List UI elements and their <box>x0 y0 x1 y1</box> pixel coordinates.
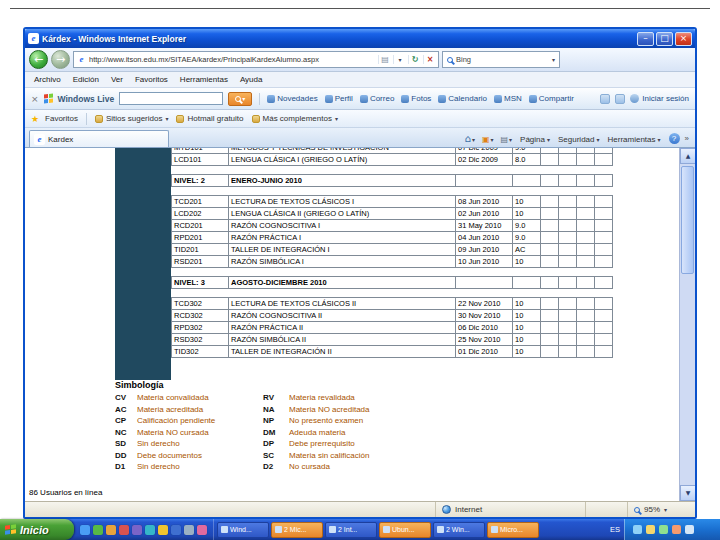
feeds-button[interactable] <box>482 133 494 144</box>
close-toolbar-icon[interactable] <box>31 94 39 104</box>
live-link-calendario[interactable]: Calendario <box>438 94 487 103</box>
live-link-perfil[interactable]: Perfil <box>325 94 353 103</box>
taskbar-task[interactable]: 2 Mic... <box>271 522 323 538</box>
quicklaunch-icon[interactable] <box>106 525 116 535</box>
kardex-cell: 10 <box>513 322 541 334</box>
mail-icon[interactable] <box>600 94 610 104</box>
address-bar[interactable]: http://www.itson.edu.mx/SITAEA/kardex/Pr… <box>73 51 439 68</box>
menu-item-edición[interactable]: Edición <box>73 75 99 84</box>
kardex-cell <box>577 208 595 220</box>
menu-item-herramientas[interactable]: Herramientas <box>180 75 228 84</box>
close-button[interactable] <box>675 32 692 46</box>
scroll-down-button[interactable] <box>680 485 695 501</box>
title-bar[interactable]: Kárdex - Windows Internet Explorer <box>25 29 695 48</box>
tray-icon[interactable] <box>633 525 642 534</box>
live-link-compartir[interactable]: Compartir <box>529 94 574 103</box>
help-button[interactable] <box>669 133 680 144</box>
menu-item-favoritos[interactable]: Favoritos <box>135 75 168 84</box>
tray-icon[interactable] <box>659 525 668 534</box>
live-link-msn[interactable]: MSN <box>494 94 522 103</box>
sign-in-button[interactable]: Iniciar sesión <box>630 94 689 103</box>
quicklaunch-icon[interactable] <box>158 525 168 535</box>
kardex-cell <box>577 244 595 256</box>
simbologia-description: Materia NO cursada <box>137 428 263 439</box>
compartir-icon <box>529 95 537 103</box>
quicklaunch-icon[interactable] <box>93 525 103 535</box>
scrollbar-thumb[interactable] <box>681 166 694 274</box>
kardex-cell: RAZÓN SIMBÓLICA II <box>229 334 456 346</box>
favorites-label[interactable]: Favoritos <box>45 114 78 123</box>
task-label: 2 Mic... <box>284 526 307 533</box>
kardex-cell: NIVEL: 3 <box>172 277 229 289</box>
tab-favicon <box>34 134 45 145</box>
system-tray <box>624 519 720 540</box>
menu-item-ayuda[interactable]: Ayuda <box>240 75 263 84</box>
maximize-button[interactable] <box>656 32 673 46</box>
quicklaunch-icon[interactable] <box>80 525 90 535</box>
taskbar-task[interactable]: 2 Win... <box>433 522 485 538</box>
scroll-up-button[interactable] <box>680 148 695 164</box>
taskbar-task[interactable]: Ubun... <box>379 522 431 538</box>
taskbar-task[interactable]: 2 Int... <box>325 522 377 538</box>
back-button[interactable] <box>29 50 48 69</box>
address-dropdown-icon[interactable] <box>393 55 406 64</box>
forward-button[interactable] <box>51 50 70 69</box>
live-link-fotos[interactable]: Fotos <box>401 94 431 103</box>
kardex-level-row: NIVEL: 2ENERO-JUNIO 2010 <box>171 174 613 187</box>
tray-icon[interactable] <box>672 525 681 534</box>
zoom-level: 95% <box>644 505 660 514</box>
minimize-button[interactable] <box>637 32 654 46</box>
start-button[interactable]: Inicio <box>0 519 74 540</box>
print-button[interactable] <box>501 133 513 144</box>
kardex-cell: 10 <box>513 256 541 268</box>
kardex-cell <box>541 196 559 208</box>
language-indicator[interactable]: ES <box>606 519 624 540</box>
command-página[interactable]: Página <box>520 135 550 144</box>
kardex-cell <box>595 322 613 334</box>
quicklaunch-icon[interactable] <box>145 525 155 535</box>
kardex-cell: 25 Nov 2010 <box>456 334 513 346</box>
simbologia-code: NP <box>263 416 289 427</box>
options-icon[interactable] <box>615 94 625 104</box>
command-seguridad[interactable]: Seguridad <box>558 135 600 144</box>
favorites-item-hotmail-gratuito[interactable]: Hotmail gratuito <box>176 114 243 123</box>
favorites-item-sitios-sugeridos[interactable]: Sitios sugeridos <box>95 114 169 123</box>
kardex-cell: 30 Nov 2010 <box>456 310 513 322</box>
compatibility-view-icon[interactable] <box>378 55 391 64</box>
quicklaunch-icon[interactable] <box>119 525 129 535</box>
menu-item-ver[interactable]: Ver <box>111 75 123 84</box>
kardex-cell: 08 Jun 2010 <box>456 196 513 208</box>
live-search-button[interactable] <box>228 92 252 106</box>
quicklaunch-icon[interactable] <box>197 525 207 535</box>
live-link-correo[interactable]: Correo <box>360 94 394 103</box>
zoom-control[interactable]: 95% <box>627 502 691 517</box>
live-link-novedades[interactable]: Novedades <box>267 94 317 103</box>
security-zone: Internet <box>435 502 585 517</box>
home-button[interactable] <box>465 133 475 144</box>
app-icon <box>275 526 282 533</box>
menu-bar: ArchivoEdiciónVerFavoritosHerramientasAy… <box>25 72 695 88</box>
favorites-item-más-complementos[interactable]: Más complementos <box>252 114 338 123</box>
command-herramientas[interactable]: Herramientas <box>608 135 661 144</box>
overflow-chevron-icon[interactable] <box>685 134 689 143</box>
tab-kardex[interactable]: Kardex <box>29 130 169 147</box>
live-search-input[interactable] <box>119 92 223 105</box>
tray-icon[interactable] <box>646 525 655 534</box>
stop-button[interactable] <box>423 55 436 64</box>
kardex-cell <box>559 154 577 166</box>
quicklaunch-icon[interactable] <box>132 525 142 535</box>
refresh-button[interactable] <box>408 55 421 64</box>
quicklaunch-icon[interactable] <box>184 525 194 535</box>
favorites-items: Sitios sugeridosHotmail gratuitoMás comp… <box>95 114 346 123</box>
vertical-scrollbar[interactable] <box>679 148 695 501</box>
taskbar-task[interactable]: Micro... <box>487 522 539 538</box>
tray-icon[interactable] <box>685 525 694 534</box>
taskbar-task[interactable]: Wind... <box>217 522 269 538</box>
favorites-item-label: Sitios sugeridos <box>106 114 162 123</box>
quicklaunch-icon[interactable] <box>171 525 181 535</box>
search-dropdown-icon[interactable] <box>552 55 555 64</box>
search-box[interactable]: Bing <box>442 51 560 68</box>
live-link-label: Correo <box>370 94 394 103</box>
menu-item-archivo[interactable]: Archivo <box>34 75 61 84</box>
zoom-icon <box>634 507 640 513</box>
